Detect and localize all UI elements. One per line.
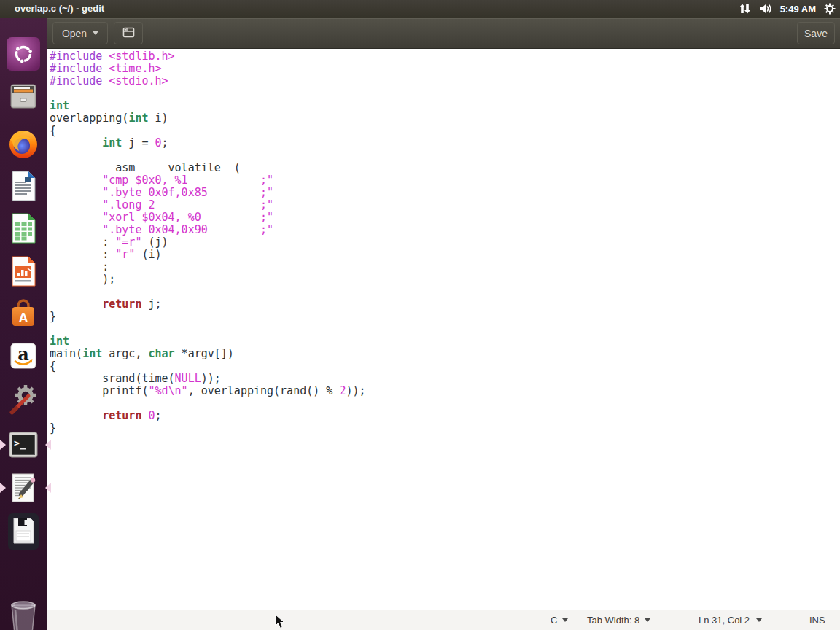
files-icon xyxy=(6,79,41,114)
chevron-down-icon xyxy=(93,31,98,35)
code-line: { xyxy=(50,360,366,373)
code-line: ".long 2 ;" xyxy=(50,199,366,211)
code-line: "xorl $0x04, %0 ;" xyxy=(50,211,366,224)
chevron-down-icon xyxy=(756,618,762,622)
save-button[interactable]: Save xyxy=(797,22,835,44)
svg-text:A: A xyxy=(19,311,28,325)
language-selector[interactable]: C xyxy=(551,610,568,630)
code-line xyxy=(50,286,366,298)
amazon-icon: a xyxy=(6,338,41,373)
floppy-icon xyxy=(6,513,41,551)
system-tray: 5:49 AM xyxy=(739,0,836,18)
launcher-dock: Aa> xyxy=(0,18,47,630)
focused-indicator xyxy=(45,483,51,493)
tab-width-selector[interactable]: Tab Width: 8 xyxy=(587,610,650,630)
dock-item-settings[interactable] xyxy=(6,381,41,416)
new-document-button[interactable] xyxy=(114,22,143,44)
code-line: #include <stdlib.h> xyxy=(50,50,366,63)
code-area: #include <stdlib.h>#include <time.h>#inc… xyxy=(50,50,366,435)
code-line: return 0; xyxy=(50,410,366,422)
code-line xyxy=(50,323,366,335)
window-title: overlap.c (~/) - gedit xyxy=(15,0,104,18)
dock-item-terminal[interactable]: > xyxy=(6,427,41,462)
dock-item-software[interactable]: A xyxy=(6,296,41,331)
dock-item-floppy[interactable] xyxy=(6,513,41,548)
language-label: C xyxy=(551,615,557,626)
code-line: overlapping(int i) xyxy=(50,112,366,125)
volume-icon[interactable] xyxy=(759,3,772,15)
impress-icon xyxy=(6,254,41,289)
writer-icon xyxy=(6,168,41,203)
calc-icon xyxy=(6,211,41,246)
code-line: return j; xyxy=(50,298,366,311)
dock-item-impress[interactable] xyxy=(6,254,41,289)
desktop: overlap.c (~/) - gedit 5:49 AM xyxy=(0,0,840,630)
ubuntu-icon xyxy=(6,36,41,71)
settings-icon xyxy=(6,381,41,416)
clock[interactable]: 5:49 AM xyxy=(780,4,816,15)
insert-mode-indicator: INS xyxy=(809,610,825,630)
software-icon: A xyxy=(6,296,41,331)
code-line: int j = 0; xyxy=(50,137,366,149)
insert-mode-label: INS xyxy=(809,615,825,626)
code-line: : "=r" (j) xyxy=(50,236,366,249)
open-button-label: Open xyxy=(62,28,87,39)
gedit-window: Open Save #include <stdlib xyxy=(47,18,840,630)
code-line: ); xyxy=(50,273,366,286)
code-line: { xyxy=(50,125,366,137)
new-document-icon xyxy=(122,26,136,41)
gear-icon[interactable] xyxy=(824,3,836,15)
statusbar-dropdown[interactable] xyxy=(756,610,762,630)
dock-item-gedit[interactable] xyxy=(6,470,41,505)
focused-indicator xyxy=(45,440,51,450)
code-line: ".byte 0x04,0x90 ;" xyxy=(50,224,366,236)
code-line xyxy=(50,397,366,410)
save-button-label: Save xyxy=(804,28,828,39)
code-line: main(int argc, char *argv[]) xyxy=(50,348,366,360)
network-updown-icon[interactable] xyxy=(739,3,751,15)
code-line: __asm__ __volatile__( xyxy=(50,162,366,174)
top-panel: overlap.c (~/) - gedit 5:49 AM xyxy=(0,0,840,18)
trash-icon xyxy=(6,599,41,630)
dock-item-files[interactable] xyxy=(6,79,41,114)
code-line: ".byte 0x0f,0x85 ;" xyxy=(50,187,366,199)
gedit-toolbar: Open Save xyxy=(47,18,840,49)
statusbar: C Tab Width: 8 Ln 31, Col 2 INS xyxy=(47,610,840,630)
svg-text:a: a xyxy=(18,343,29,365)
gedit-icon xyxy=(6,470,41,505)
chevron-down-icon xyxy=(645,618,650,622)
code-line: #include <time.h> xyxy=(50,63,366,75)
code-line: : xyxy=(50,261,366,273)
running-indicator xyxy=(0,483,6,493)
code-line: : "r" (i) xyxy=(50,249,366,261)
code-line xyxy=(50,88,366,100)
dock-item-firefox[interactable] xyxy=(6,126,41,161)
text-editor-area[interactable]: #include <stdlib.h>#include <time.h>#inc… xyxy=(47,49,840,610)
terminal-icon: > xyxy=(6,427,41,462)
dock-item-writer[interactable] xyxy=(6,168,41,203)
running-indicator xyxy=(0,440,6,450)
dock-item-calc[interactable] xyxy=(6,211,41,246)
code-line: int xyxy=(50,335,366,348)
open-button[interactable]: Open xyxy=(52,22,108,44)
code-line: } xyxy=(50,311,366,323)
code-line: #include <stdio.h> xyxy=(50,75,366,88)
code-line: printf("%d\n", overlapping(rand() % 2)); xyxy=(50,385,366,397)
code-line xyxy=(50,149,366,162)
cursor-position-label: Ln 31, Col 2 xyxy=(699,615,750,626)
dock-item-ubuntu[interactable] xyxy=(6,36,41,71)
dock-item-trash[interactable] xyxy=(6,599,41,630)
svg-text:>: > xyxy=(14,438,20,448)
cursor-position[interactable]: Ln 31, Col 2 xyxy=(699,610,750,630)
code-line: int xyxy=(50,100,366,112)
tab-width-label: Tab Width: 8 xyxy=(587,615,639,626)
code-line: } xyxy=(50,422,366,435)
code-line: srand(time(NULL)); xyxy=(50,373,366,385)
firefox-icon xyxy=(6,126,41,161)
chevron-down-icon xyxy=(562,618,568,622)
dock-item-amazon[interactable]: a xyxy=(6,338,41,373)
code-line: "cmp $0x0, %1 ;" xyxy=(50,174,366,187)
